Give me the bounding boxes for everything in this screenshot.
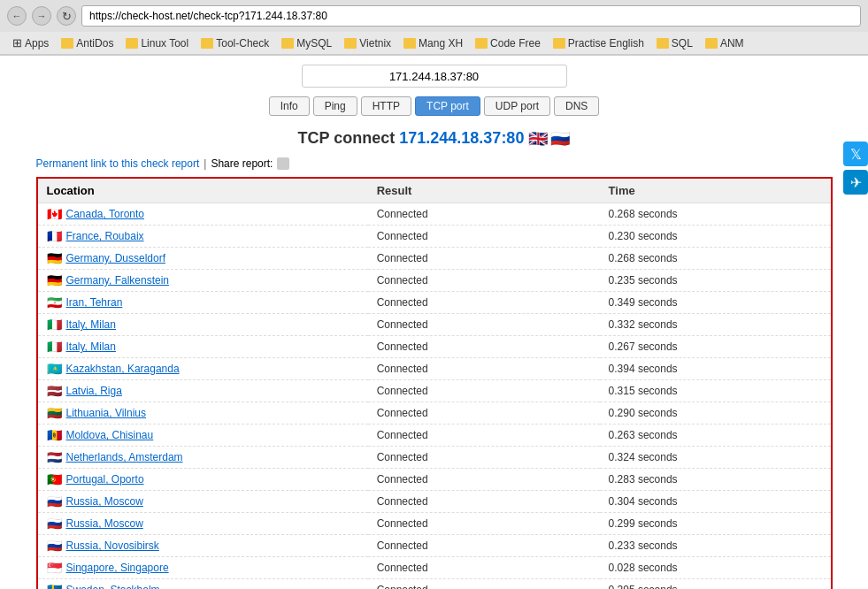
location-link[interactable]: Russia, Moscow [66,495,143,508]
result-cell: Connected [368,270,600,292]
bookmark-code-free[interactable]: Code Free [470,35,546,51]
location-cell: 🇰🇿 Kazakhstan, Karaganda [37,358,368,380]
table-header: Location Result Time [37,178,832,203]
ping-button[interactable]: Ping [313,96,357,116]
location-link[interactable]: Italy, Milan [66,340,116,353]
location-link[interactable]: Italy, Milan [66,318,116,331]
bookmark-mang-xh[interactable]: Mang XH [398,35,468,51]
location-link[interactable]: Russia, Novosibirsk [66,539,159,552]
bookmark-tool-check[interactable]: Tool-Check [196,35,274,51]
bookmark-vietnix[interactable]: Vietnix [339,35,396,51]
info-button[interactable]: Info [269,96,310,116]
folder-icon [201,38,213,49]
address-bar[interactable] [81,5,861,27]
location-link[interactable]: Germany, Dusseldorf [66,252,165,264]
folder-icon [705,38,718,49]
table-row: 🇸🇪 Sweden, Stockholm Connected 0.295 sec… [37,579,832,589]
page-content: InfoPingHTTPTCP portUDP portDNS TCP conn… [0,56,868,589]
time-cell: 0.315 seconds [600,380,832,402]
location-link[interactable]: Iran, Tehran [66,296,123,309]
location-cell: 🇩🇪 Germany, Falkenstein [37,270,368,292]
forward-button[interactable]: → [32,6,51,26]
location-cell: 🇩🇪 Germany, Dusseldorf [37,248,368,270]
bookmark-sql[interactable]: SQL [651,35,698,51]
bookmark-mysql[interactable]: MySQL [276,35,337,51]
table-row: 🇷🇺 Russia, Novosibirsk Connected 0.233 s… [37,535,832,557]
result-cell: Connected [368,557,600,579]
table-row: 🇨🇦 Canada, Toronto Connected 0.268 secon… [37,203,832,226]
result-cell: Connected [368,425,600,447]
location-link[interactable]: Sweden, Stockholm [66,584,160,589]
location-link[interactable]: Netherlands, Amsterdam [66,451,183,463]
header-location: Location [37,178,368,203]
folder-icon [281,38,294,49]
location-link[interactable]: Russia, Moscow [66,517,143,530]
folder-icon [344,38,357,49]
time-cell: 0.235 seconds [600,270,832,292]
result-cell: Connected [368,491,600,513]
location-link[interactable]: Kazakhstan, Karaganda [66,363,180,375]
bookmark-apps[interactable]: ⊞Apps [7,34,54,51]
telegram-button[interactable]: ✈ [843,170,868,195]
location-link[interactable]: Lithuania, Vilnius [66,407,147,419]
refresh-button[interactable]: ↻ [57,6,76,26]
location-link[interactable]: Portugal, Oporto [66,473,144,486]
result-header: TCP connect 171.244.18.37:80 🇬🇧 🇷🇺 [36,129,833,149]
location-cell: 🇷🇺 Russia, Novosibirsk [37,535,368,557]
table-body: 🇨🇦 Canada, Toronto Connected 0.268 secon… [37,203,832,589]
time-cell: 0.263 seconds [600,425,832,447]
result-cell: Connected [368,513,600,535]
time-cell: 0.304 seconds [600,491,832,513]
result-title: TCP connect [298,129,396,147]
tcp-port-button[interactable]: TCP port [415,96,480,116]
top-bar [9,65,859,88]
social-sidebar: 𝕏 ✈ [843,142,868,195]
share-icon[interactable] [277,157,289,170]
table-row: 🇷🇺 Russia, Moscow Connected 0.304 second… [37,491,832,513]
time-cell: 0.332 seconds [600,314,832,336]
folder-icon [126,38,138,49]
table-row: 🇰🇿 Kazakhstan, Karaganda Connected 0.394… [37,358,832,380]
result-cell: Connected [368,336,600,358]
udp-port-button[interactable]: UDP port [484,96,550,116]
table-row: 🇳🇱 Netherlands, Amsterdam Connected 0.32… [37,447,832,469]
location-cell: 🇸🇪 Sweden, Stockholm [37,579,368,589]
permanent-link[interactable]: Permanent link to this check report [36,157,200,170]
location-link[interactable]: Moldova, Chisinau [66,429,154,441]
result-cell: Connected [368,292,600,314]
country-flag: 🇷🇺 [47,539,62,553]
table-row: 🇮🇷 Iran, Tehran Connected 0.349 seconds [37,292,832,314]
dns-button[interactable]: DNS [554,96,599,116]
table-row: 🇩🇪 Germany, Falkenstein Connected 0.235 … [37,270,832,292]
table-row: 🇲🇩 Moldova, Chisinau Connected 0.263 sec… [37,425,832,447]
country-flag: 🇮🇷 [47,295,62,310]
back-button[interactable]: ← [7,6,27,26]
result-host-link[interactable]: 171.244.18.37:80 [399,129,528,147]
time-cell: 0.290 seconds [600,402,832,425]
host-input[interactable] [302,65,567,88]
country-flag: 🇸🇪 [47,583,62,589]
location-cell: 🇮🇹 Italy, Milan [37,336,368,358]
table-row: 🇸🇬 Singapore, Singapore Connected 0.028 … [37,557,832,579]
location-cell: 🇲🇩 Moldova, Chisinau [37,425,368,447]
location-cell: 🇳🇱 Netherlands, Amsterdam [37,447,368,469]
bookmark-anm[interactable]: ANM [700,35,749,51]
location-link[interactable]: France, Roubaix [66,230,144,242]
bookmark-antidos[interactable]: AntiDos [56,35,119,51]
result-cell: Connected [368,469,600,491]
folder-icon [475,38,488,49]
result-cell: Connected [368,248,600,270]
twitter-button[interactable]: 𝕏 [843,142,868,166]
location-link[interactable]: Canada, Toronto [66,208,145,220]
time-cell: 0.283 seconds [600,469,832,491]
location-link[interactable]: Germany, Falkenstein [66,274,170,287]
result-cell: Connected [368,579,600,589]
bookmark-practise-english[interactable]: Practise English [548,35,649,51]
telegram-icon: ✈ [850,174,862,191]
country-flag: 🇩🇪 [47,273,62,287]
http-button[interactable]: HTTP [361,96,411,116]
location-cell: 🇵🇹 Portugal, Oporto [37,469,368,491]
bookmark-linux-tool[interactable]: Linux Tool [120,35,194,51]
location-link[interactable]: Singapore, Singapore [66,562,169,574]
location-link[interactable]: Latvia, Riga [66,385,122,397]
